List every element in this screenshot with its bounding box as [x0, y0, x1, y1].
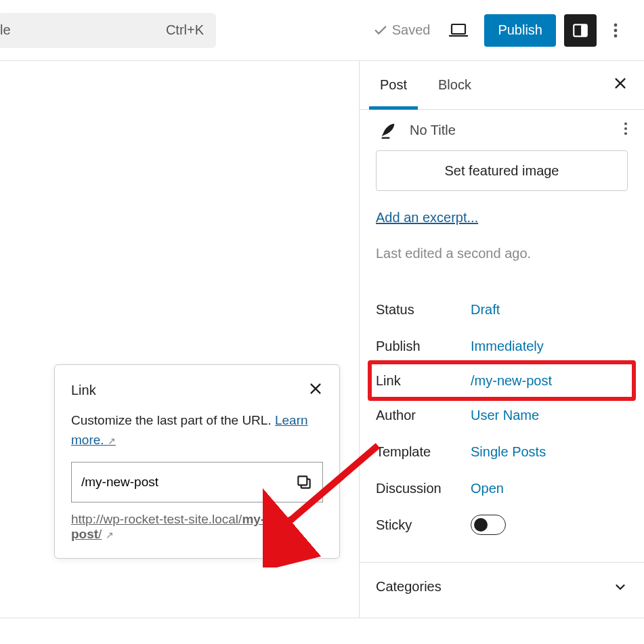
post-panel: Set featured image Add an excerpt... Las… — [360, 150, 644, 278]
settings-sidebar-toggle[interactable] — [564, 14, 597, 47]
sidebar-close-button[interactable] — [613, 74, 628, 95]
categories-panel-toggle[interactable]: Categories — [360, 563, 644, 611]
summary-author: Author User Name — [376, 397, 628, 433]
preview-button[interactable] — [442, 14, 475, 47]
editor-topbar: itle Ctrl+K Saved Publish — [0, 0, 644, 61]
document-actions-button[interactable] — [624, 121, 628, 139]
feather-icon — [379, 121, 398, 139]
editor-canvas[interactable]: Link Customize the last part of the URL.… — [0, 61, 360, 618]
svg-point-11 — [624, 123, 627, 125]
check-icon — [373, 23, 388, 38]
external-icon: ↗ — [106, 530, 114, 540]
popover-close-button[interactable] — [308, 381, 323, 399]
document-title-button[interactable]: itle Ctrl+K — [0, 13, 216, 48]
kebab-icon — [624, 121, 628, 136]
popover-title: Link — [71, 383, 96, 398]
svg-rect-3 — [581, 24, 587, 36]
sidebar-icon — [572, 22, 589, 39]
status-value[interactable]: Draft — [471, 302, 500, 318]
svg-rect-8 — [298, 476, 307, 485]
last-edited-text: Last edited a second ago. — [376, 246, 628, 261]
editor-main: Link Customize the last part of the URL.… — [0, 61, 644, 618]
summary-publish: Publish Immediately — [376, 328, 628, 364]
discussion-value[interactable]: Open — [471, 481, 504, 496]
full-url-link[interactable]: http://wp-rocket-test-site.local/my-new-… — [71, 512, 294, 541]
link-value[interactable]: /my-new-post — [471, 373, 552, 389]
slug-input[interactable] — [81, 475, 295, 490]
close-icon — [308, 381, 323, 396]
command-shortcut: Ctrl+K — [166, 22, 204, 38]
saved-indicator: Saved — [373, 22, 431, 38]
kebab-icon — [614, 22, 618, 39]
document-summary-header: No Title — [360, 110, 644, 150]
document-title-text: itle — [0, 22, 11, 38]
copy-button[interactable] — [295, 473, 313, 491]
summary-template: Template Single Posts — [376, 433, 628, 470]
summary-discussion: Discussion Open — [376, 470, 628, 507]
permalink-popover: Link Customize the last part of the URL.… — [54, 364, 340, 559]
close-icon — [613, 76, 628, 91]
chevron-down-icon — [613, 580, 628, 595]
full-url-display: http://wp-rocket-test-site.local/my-new-… — [71, 512, 323, 542]
categories-label: Categories — [376, 579, 442, 595]
laptop-icon — [448, 22, 469, 39]
sticky-toggle[interactable] — [471, 515, 506, 535]
summary-sticky: Sticky — [376, 507, 628, 543]
svg-point-5 — [614, 28, 618, 32]
tab-post[interactable]: Post — [376, 61, 411, 109]
svg-point-13 — [624, 132, 627, 135]
add-excerpt-link[interactable]: Add an excerpt... — [376, 210, 628, 226]
publish-value[interactable]: Immediately — [471, 339, 544, 354]
popover-description: Customize the last part of the URL. Lear… — [71, 411, 323, 450]
svg-point-4 — [614, 23, 618, 26]
set-featured-image-button[interactable]: Set featured image — [376, 150, 628, 191]
sidebar-tabs: Post Block — [360, 61, 644, 110]
author-value[interactable]: User Name — [471, 408, 539, 423]
slug-input-wrapper — [71, 462, 323, 502]
settings-sidebar: Post Block No Title Set featured image A… — [360, 61, 644, 618]
summary-status: Status Draft — [376, 291, 628, 328]
post-summary: Status Draft Publish Immediately Link /m… — [360, 278, 644, 543]
document-title: No Title — [410, 123, 624, 138]
publish-button[interactable]: Publish — [484, 14, 556, 47]
svg-rect-0 — [452, 24, 465, 34]
summary-link: Link /my-new-post — [368, 360, 636, 401]
tab-block[interactable]: Block — [434, 61, 475, 109]
svg-point-12 — [624, 127, 627, 130]
svg-point-6 — [614, 34, 618, 37]
template-value[interactable]: Single Posts — [471, 444, 546, 460]
copy-icon — [295, 473, 313, 491]
more-options-button[interactable] — [603, 14, 628, 47]
